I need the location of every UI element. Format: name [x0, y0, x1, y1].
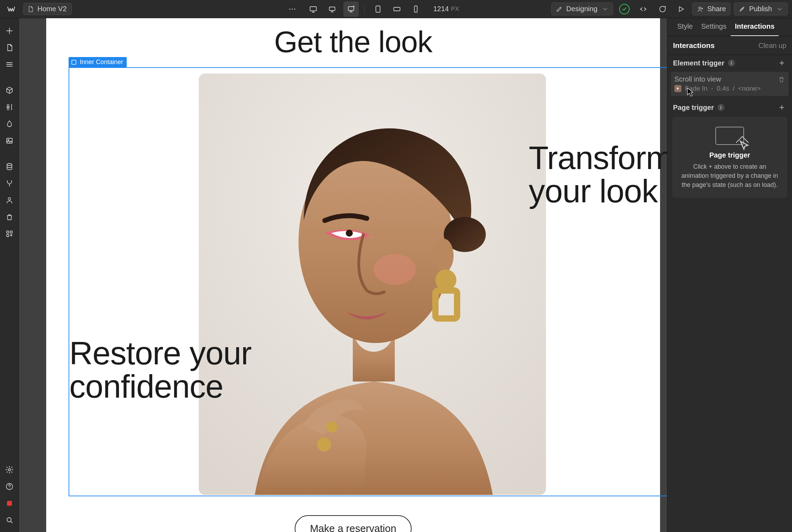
- selection-label[interactable]: Inner Container: [69, 57, 127, 67]
- trash-icon[interactable]: [778, 76, 785, 83]
- breakpoint-tablet[interactable]: [370, 1, 386, 17]
- page-selector[interactable]: Home V2: [23, 3, 72, 15]
- page-trigger-header: Page trigger i: [667, 99, 792, 114]
- overlay-text-right[interactable]: Transform your look: [529, 141, 667, 208]
- tab-interactions[interactable]: Interactions: [731, 18, 779, 36]
- app-logo[interactable]: [3, 1, 19, 17]
- user-plus-icon: [697, 6, 704, 13]
- publish-label: Publish: [749, 5, 772, 13]
- selection-label-text: Inner Container: [80, 58, 123, 66]
- selected-inner-container[interactable]: Transform your look Restore your confide…: [69, 68, 667, 496]
- comments-button[interactable]: [654, 1, 670, 17]
- tool-search[interactable]: [2, 512, 16, 528]
- breakpoint-mobile-portrait[interactable]: [408, 1, 423, 17]
- element-trigger-animation: Fade In: [685, 85, 707, 92]
- cta-button[interactable]: Make a reservation: [295, 515, 412, 532]
- share-button[interactable]: Share: [692, 2, 730, 15]
- breakpoint-mobile-landscape[interactable]: [389, 1, 405, 17]
- svg-point-29: [346, 230, 353, 237]
- logic-icon: [5, 179, 14, 188]
- overlay-right-line1: Transform: [529, 140, 667, 176]
- ellipsis-icon: [288, 5, 296, 13]
- tab-style[interactable]: Style: [673, 18, 697, 36]
- breakpoint-desktop-large[interactable]: [306, 1, 321, 17]
- portrait-illustration: [199, 74, 546, 495]
- plus-icon: [5, 27, 14, 35]
- cursor-pointer-icon: [738, 139, 750, 151]
- tool-add[interactable]: [2, 23, 16, 38]
- plus-icon: [778, 59, 785, 66]
- overlay-left-line1: Restore your: [69, 335, 251, 371]
- svg-point-18: [8, 469, 10, 471]
- site-preview[interactable]: Get the look Inner Container +: [46, 18, 660, 532]
- svg-point-30: [374, 254, 416, 285]
- svg-rect-8: [394, 7, 400, 11]
- apps-icon: [5, 230, 14, 238]
- share-label: Share: [707, 5, 726, 13]
- info-icon[interactable]: i: [728, 59, 735, 66]
- database-icon: [5, 162, 14, 171]
- publish-button[interactable]: Publish: [734, 2, 788, 15]
- tool-ecommerce[interactable]: [2, 209, 16, 225]
- page-icon: [5, 43, 14, 52]
- mobile-portrait-icon: [412, 5, 420, 13]
- svg-point-1: [292, 8, 293, 9]
- info-icon[interactable]: i: [717, 104, 724, 111]
- shopping-bag-icon: [5, 213, 14, 221]
- recording-indicator-icon: [7, 501, 12, 506]
- element-trigger-second: <none>: [738, 85, 761, 92]
- tool-video-recording[interactable]: [2, 496, 16, 511]
- tool-users[interactable]: [2, 192, 16, 208]
- breakpoint-desktop[interactable]: [324, 1, 340, 17]
- status-indicator[interactable]: [617, 1, 632, 17]
- svg-rect-7: [376, 6, 380, 12]
- plus-icon: [778, 104, 785, 111]
- tool-variables[interactable]: [2, 99, 16, 115]
- svg-point-10: [699, 7, 701, 9]
- tool-navigator[interactable]: [2, 57, 16, 72]
- overlay-text-left[interactable]: Restore your confidence: [69, 337, 251, 403]
- check-circle-icon: [619, 4, 630, 14]
- element-trigger-duration: 0.4s: [717, 85, 729, 92]
- svg-rect-5: [348, 7, 354, 10]
- element-trigger-name: Scroll into view: [674, 75, 721, 83]
- svg-rect-16: [10, 231, 12, 233]
- rocket-icon: [738, 6, 745, 13]
- add-page-trigger-button[interactable]: [777, 103, 786, 112]
- tool-pages[interactable]: [2, 40, 16, 55]
- canvas-area[interactable]: Get the look Inner Container +: [19, 18, 667, 532]
- tool-settings[interactable]: [2, 462, 16, 477]
- hero-image[interactable]: [199, 74, 546, 495]
- tool-cms[interactable]: [2, 159, 16, 174]
- navigator-icon: [5, 60, 14, 69]
- tool-help[interactable]: [2, 479, 16, 494]
- preview-button[interactable]: [673, 1, 689, 17]
- desktop-base-icon: [347, 5, 355, 13]
- element-trigger-header: Element trigger i: [667, 55, 792, 70]
- canvas-width-readout[interactable]: 1214 PX: [433, 5, 459, 13]
- svg-rect-9: [414, 6, 417, 12]
- svg-rect-15: [7, 231, 9, 233]
- tab-settings[interactable]: Settings: [697, 18, 730, 36]
- tool-assets[interactable]: [2, 133, 16, 148]
- mode-selector[interactable]: Designing: [551, 2, 613, 15]
- tool-components[interactable]: [2, 83, 16, 98]
- code-export-button[interactable]: [636, 1, 651, 17]
- droplet-icon: [5, 120, 14, 128]
- svg-rect-11: [7, 138, 12, 143]
- mobile-landscape-icon: [393, 5, 401, 13]
- more-menu-button[interactable]: [285, 1, 300, 17]
- cleanup-button[interactable]: Clean up: [758, 42, 786, 50]
- overlay-right-line2: your look: [529, 173, 658, 209]
- add-element-trigger-button[interactable]: [777, 58, 786, 68]
- gear-icon: [5, 465, 14, 474]
- svg-point-32: [317, 438, 331, 451]
- page-heading: Get the look: [46, 24, 660, 59]
- tool-apps[interactable]: [2, 226, 16, 241]
- element-trigger-item[interactable]: Scroll into view Fade In - 0.4s / <none>: [671, 72, 789, 96]
- chevron-down-icon: [776, 6, 783, 13]
- tool-logic[interactable]: [2, 176, 16, 191]
- breakpoint-base[interactable]: [343, 1, 359, 17]
- overlay-left-line2: confidence: [69, 368, 223, 405]
- tool-styles[interactable]: [2, 116, 16, 132]
